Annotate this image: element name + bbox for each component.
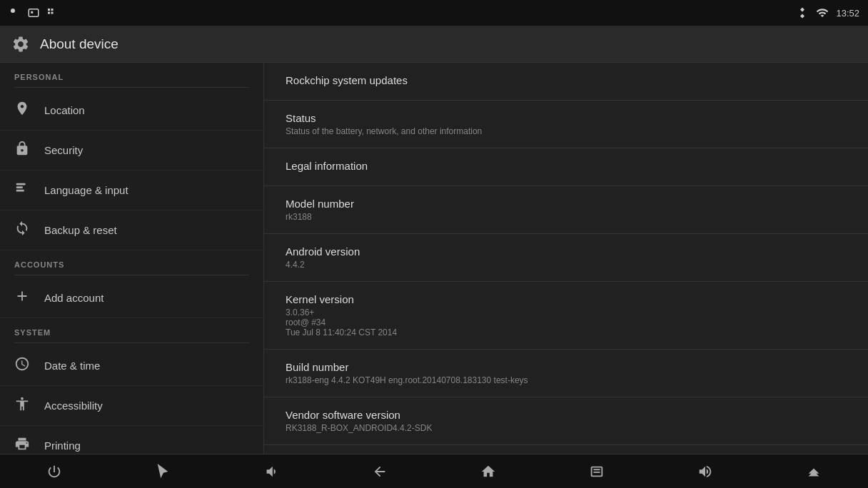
security-label: Security (44, 144, 83, 156)
svg-rect-6 (51, 12, 54, 14)
sidebar: PERSONAL Location Security (0, 63, 264, 454)
content-item-vendor[interactable]: Vendor software version RK3188_R-BOX_AND… (264, 397, 868, 445)
cursor-button[interactable] (141, 457, 184, 486)
system-updates-title: Rockchip system updates (286, 74, 847, 86)
status-subtitle: Status of the battery, network, and othe… (286, 126, 847, 136)
vendor-subtitle: RK3188_R-BOX_ANDROID4.4.2-SDK (286, 423, 847, 433)
content-item-status[interactable]: Status Status of the battery, network, a… (264, 101, 868, 148)
wifi-icon (816, 6, 829, 19)
clock-icon (14, 356, 30, 375)
power-icon (46, 464, 62, 479)
chevron-up-icon (806, 464, 822, 479)
add-icon (14, 288, 30, 307)
svg-rect-13 (593, 472, 600, 473)
clock-display: 13:52 (836, 8, 859, 19)
content-item-build[interactable]: Build number rk3188-eng 4.4.2 KOT49H eng… (264, 350, 868, 397)
accessibility-label: Accessibility (44, 400, 103, 412)
volume-up-icon (697, 464, 713, 479)
status-bar: 13:52 (0, 0, 868, 26)
kernel-title: Kernel version (286, 293, 847, 305)
app-title: About device (40, 36, 118, 52)
accessibility-icon (14, 396, 30, 415)
datetime-label: Date & time (44, 360, 100, 372)
model-title: Model number (286, 198, 847, 210)
build-subtitle: rk3188-eng 4.4.2 KOT49H eng.root.2014070… (286, 375, 847, 385)
recent-icon (589, 464, 605, 479)
power-button[interactable] (33, 457, 76, 486)
divider-accounts (14, 275, 249, 275)
content-item-legal[interactable]: Legal information (264, 148, 868, 186)
svg-point-0 (11, 9, 15, 13)
sidebar-item-location[interactable]: Location (0, 91, 263, 131)
status-title: Status (286, 112, 847, 124)
build-title: Build number (286, 361, 847, 373)
android-version-subtitle: 4.4.2 (286, 260, 847, 270)
content-item-android-version[interactable]: Android version 4.4.2 (264, 234, 868, 282)
sidebar-item-backup[interactable]: Backup & reset (0, 210, 263, 250)
recent-button[interactable] (575, 457, 618, 486)
sidebar-item-security[interactable]: Security (0, 131, 263, 171)
svg-rect-7 (16, 183, 26, 185)
legal-title: Legal information (286, 160, 847, 172)
location-label: Location (44, 104, 85, 116)
volume-up-button[interactable] (684, 457, 727, 486)
notification-icon-2 (27, 6, 40, 19)
home-icon (480, 464, 496, 479)
section-accounts: ACCOUNTS (0, 250, 263, 272)
content-item-model[interactable]: Model number rk3188 (264, 186, 868, 234)
divider-system (14, 342, 249, 343)
app-header: About device (0, 26, 868, 63)
back-icon (372, 464, 388, 479)
status-bar-right-icons: 13:52 (796, 6, 859, 19)
sidebar-item-add-account[interactable]: Add account (0, 278, 263, 318)
cursor-icon (155, 464, 171, 479)
volume-down-icon (263, 464, 279, 479)
bottom-bar (0, 454, 868, 488)
backup-icon (14, 220, 30, 240)
svg-rect-8 (16, 186, 23, 188)
home-button[interactable] (467, 457, 510, 486)
svg-rect-9 (16, 190, 24, 192)
settings-gear-icon (11, 35, 30, 54)
model-subtitle: rk3188 (286, 212, 847, 222)
android-version-title: Android version (286, 245, 847, 258)
svg-rect-3 (48, 9, 50, 11)
divider-personal (14, 87, 249, 88)
add-account-label: Add account (44, 292, 104, 304)
content-item-kernel[interactable]: Kernel version 3.0.36+ root@ #34 Tue Jul… (264, 282, 868, 350)
chevron-up-button[interactable] (792, 457, 835, 486)
svg-rect-2 (31, 11, 33, 14)
vendor-title: Vendor software version (286, 409, 847, 421)
backup-label: Backup & reset (44, 224, 117, 236)
content-item-system-updates[interactable]: Rockchip system updates (264, 63, 868, 101)
language-icon (14, 181, 30, 200)
bluetooth-icon (796, 6, 809, 19)
notification-icon-3 (46, 6, 59, 19)
volume-down-button[interactable] (250, 457, 293, 486)
status-bar-left-icons (9, 6, 59, 19)
lock-icon (14, 141, 30, 160)
language-label: Language & input (44, 184, 128, 196)
sidebar-item-accessibility[interactable]: Accessibility (0, 386, 263, 426)
main-layout: PERSONAL Location Security (0, 63, 868, 454)
notification-icon-1 (9, 6, 21, 19)
print-icon (14, 436, 30, 454)
printing-label: Printing (44, 439, 81, 452)
location-icon (14, 101, 30, 120)
section-system: SYSTEM (0, 318, 263, 340)
content-panel: Rockchip system updates Status Status of… (264, 63, 868, 454)
svg-rect-4 (51, 9, 54, 11)
svg-rect-5 (48, 12, 50, 14)
sidebar-item-language[interactable]: Language & input (0, 171, 263, 210)
svg-rect-12 (593, 469, 600, 470)
sidebar-item-datetime[interactable]: Date & time (0, 346, 263, 386)
back-button[interactable] (358, 457, 401, 486)
section-personal: PERSONAL (0, 63, 263, 84)
kernel-subtitle: 3.0.36+ root@ #34 Tue Jul 8 11:40:24 CST… (286, 307, 847, 337)
sidebar-item-printing[interactable]: Printing (0, 426, 263, 454)
svg-rect-1 (29, 9, 39, 17)
